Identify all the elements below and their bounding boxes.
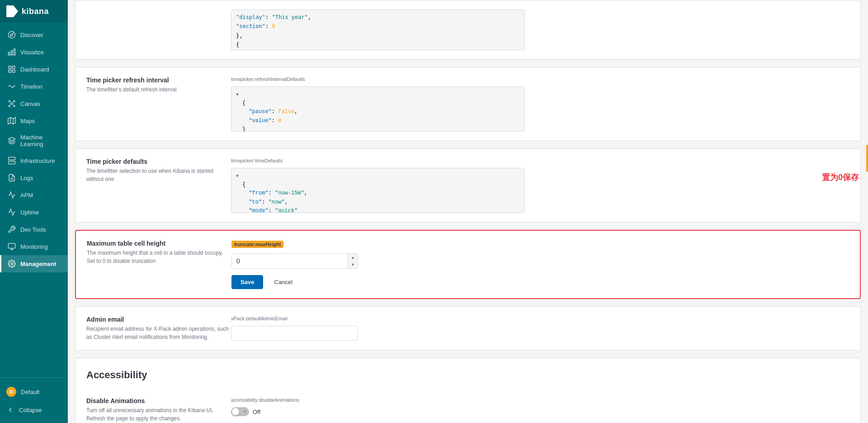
sidebar-item-timelion[interactable]: Timelion	[0, 78, 68, 95]
bar-chart-icon	[8, 48, 16, 56]
svg-rect-6	[13, 66, 15, 68]
sidebar-collapse[interactable]: Collapse	[0, 401, 68, 418]
disable-animations-control: accessibility:disableAnimations ✕ Off	[231, 397, 849, 416]
toggle-label: Off	[253, 409, 260, 415]
max-table-cell-section: Maximum table cell height The maximum he…	[75, 230, 861, 299]
svg-rect-2	[14, 49, 15, 55]
save-button[interactable]: Save	[231, 275, 263, 289]
svg-point-11	[14, 100, 15, 102]
sidebar-item-logs[interactable]: Logs	[0, 169, 68, 186]
sidebar-item-infrastructure[interactable]: Infrastructure	[0, 152, 68, 169]
disable-animations-info: Disable Animations Turn off all unnecess…	[86, 397, 231, 423]
max-table-cell-input-wrapper: ▲ ▼	[231, 253, 358, 269]
sidebar-item-dashboard-label: Dashboard	[20, 66, 49, 73]
action-buttons: Save Cancel	[231, 275, 849, 289]
admin-email-input[interactable]	[231, 326, 358, 341]
sidebar-item-dev-tools[interactable]: Dev Tools	[0, 221, 68, 238]
svg-rect-7	[9, 70, 11, 72]
sidebar-item-discover-label: Discover	[20, 32, 43, 38]
max-table-cell-label: Maximum table cell height	[87, 240, 231, 247]
admin-email-control: xPack:defaultAdminEmail	[231, 316, 849, 341]
monitor-icon	[8, 242, 16, 251]
sidebar-item-dashboard[interactable]: Dashboard	[0, 61, 68, 78]
grid-icon	[8, 65, 16, 73]
sidebar-item-logs-label: Logs	[20, 175, 33, 181]
time-picker-defaults-control: timepicker:timeDefaults ▼ { "from": "now…	[231, 158, 849, 213]
max-table-cell-control: truncate:maxHeight ▲ ▼ Save Cancel	[231, 240, 849, 289]
disable-animations-row: Disable Animations Turn off all unnecess…	[75, 388, 860, 423]
ml-icon	[8, 137, 16, 145]
time-picker-refresh-label: Time picker refresh interval	[86, 76, 231, 84]
sidebar-item-timelion-label: Timelion	[20, 83, 42, 90]
admin-email-key: xPack:defaultAdminEmail	[231, 316, 849, 321]
time-picker-defaults-info: Time picker defaults The timefilter sele…	[86, 158, 231, 183]
sidebar-item-discover[interactable]: Discover	[0, 26, 68, 43]
truncate-max-height-badge: truncate:maxHeight	[231, 241, 283, 248]
svg-point-26	[11, 263, 13, 265]
toggle-row: ✕ Off	[231, 407, 849, 416]
annotation-text: 置为0保存	[822, 172, 859, 183]
collapse-btn[interactable]: ▼	[236, 92, 239, 97]
number-spinners: ▲ ▼	[348, 254, 358, 268]
sidebar-item-machine-learning[interactable]: Machine Learning	[0, 129, 68, 152]
sidebar-item-maps[interactable]: Maps	[0, 112, 68, 129]
svg-rect-17	[9, 157, 15, 160]
svg-marker-14	[8, 118, 16, 124]
sidebar-item-monitoring[interactable]: Monitoring	[0, 238, 68, 255]
svg-rect-4	[9, 52, 10, 55]
time-picker-defaults-desc: The timefilter selection to use when Kib…	[86, 167, 231, 183]
animations-toggle[interactable]: ✕	[231, 407, 249, 416]
svg-point-9	[11, 103, 13, 105]
kibana-logo-text: kibana	[22, 7, 49, 16]
sidebar-item-uptime[interactable]: Uptime	[0, 204, 68, 221]
sidebar-item-visualize[interactable]: Visualize	[0, 43, 68, 61]
content-area[interactable]: "display": "This year", "section": 0 }, …	[68, 0, 868, 423]
svg-rect-18	[9, 162, 15, 164]
gear-icon	[8, 260, 16, 268]
code-section-value: 0	[272, 23, 275, 29]
svg-point-12	[9, 105, 10, 107]
sidebar-bottom: D Default Collapse	[0, 377, 68, 423]
max-table-cell-input[interactable]	[232, 254, 348, 268]
document-icon	[8, 174, 16, 182]
sidebar-user[interactable]: D Default	[0, 382, 68, 401]
toggle-x-icon: ✕	[243, 409, 247, 414]
scroll-indicator	[866, 145, 868, 172]
time-picker-refresh-section: Time picker refresh interval The timefil…	[75, 67, 861, 141]
time-picker-refresh-code: ▼ { "pause": false, "value": 0 }	[231, 86, 525, 132]
sidebar-item-monitoring-label: Monitoring	[20, 243, 48, 250]
kibana-logo-icon	[6, 5, 18, 17]
top-code-section: "display": "This year", "section": 0 }, …	[75, 0, 861, 60]
increment-button[interactable]: ▲	[348, 254, 358, 261]
svg-rect-23	[9, 243, 15, 248]
sidebar-item-apm[interactable]: APM	[0, 186, 68, 204]
collapse-label: Collapse	[19, 407, 42, 413]
decrement-button[interactable]: ▼	[348, 261, 358, 268]
map-icon	[8, 117, 16, 125]
code-display-key: "display"	[236, 14, 265, 20]
wrench-icon	[8, 225, 16, 233]
svg-rect-3	[11, 51, 13, 55]
app-logo[interactable]: kibana	[0, 0, 68, 23]
disable-animations-desc: Turn off all unnecessary animations in t…	[86, 406, 231, 423]
time-picker-refresh-row: Time picker refresh interval The timefil…	[75, 67, 860, 141]
time-picker-refresh-info: Time picker refresh interval The timefil…	[86, 76, 231, 94]
disable-animations-label: Disable Animations	[86, 397, 231, 404]
disable-animations-key: accessibility:disableAnimations	[231, 397, 849, 403]
user-label: Default	[21, 389, 39, 395]
max-table-cell-key-wrapper: truncate:maxHeight	[231, 240, 849, 251]
max-table-cell-info: Maximum table cell height The maximum he…	[87, 240, 231, 265]
sidebar-item-maps-label: Maps	[20, 118, 35, 124]
time-picker-refresh-key: timepicker:refreshIntervalDefaults	[231, 76, 849, 82]
cancel-button[interactable]: Cancel	[267, 275, 299, 289]
collapse-btn-2[interactable]: ▼	[236, 174, 239, 179]
sidebar-item-canvas[interactable]: Canvas	[0, 95, 68, 112]
code-display-value: "This year"	[272, 14, 307, 20]
svg-rect-5	[9, 66, 11, 68]
heartbeat-icon	[8, 208, 16, 216]
sidebar: kibana Discover Visualize Dashboard Time…	[0, 0, 68, 423]
sidebar-item-management[interactable]: Management	[0, 255, 68, 272]
wave-icon	[8, 82, 16, 90]
accessibility-heading: Accessibility	[75, 358, 860, 388]
apm-icon	[8, 191, 16, 199]
